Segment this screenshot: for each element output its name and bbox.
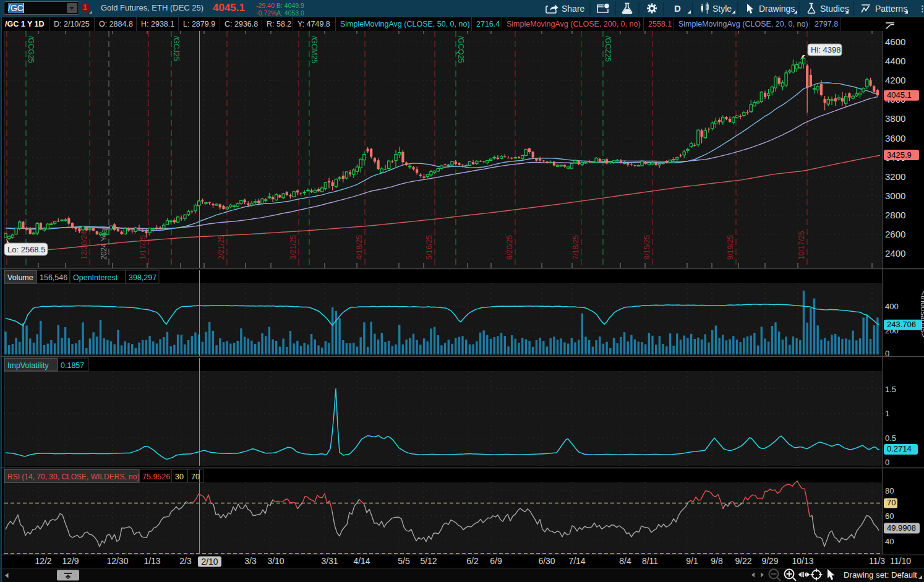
svg-text:6/30: 6/30 (538, 556, 555, 566)
svg-text:6/9: 6/9 (490, 556, 502, 566)
svg-text:8/15/25: 8/15/25 (643, 235, 651, 260)
svg-text:5/16/25: 5/16/25 (425, 235, 434, 260)
svg-text:3600: 3600 (885, 133, 905, 143)
svg-text:75.9526: 75.9526 (142, 473, 170, 481)
svg-text:9/1: 9/1 (686, 556, 698, 566)
svg-text:3/3: 3/3 (244, 556, 257, 566)
svg-text:7/18/25: 7/18/25 (571, 235, 580, 260)
svg-text:2400: 2400 (885, 248, 905, 259)
svg-text:10/13: 10/13 (792, 556, 813, 566)
svg-text:7/14: 7/14 (568, 556, 585, 566)
svg-text:243.706: 243.706 (887, 320, 916, 329)
svg-text:3800: 3800 (885, 113, 905, 124)
svg-text:0.5: 0.5 (885, 434, 896, 443)
svg-text:0.2714: 0.2714 (887, 444, 912, 453)
svg-text:RSI (14, 70, 30, CLOSE, WILDER: RSI (14, 70, 30, CLOSE, WILDERS, no) (7, 473, 139, 481)
svg-text:10/17/25: 10/17/25 (797, 231, 806, 260)
svg-text:0: 0 (885, 458, 889, 467)
svg-text:12/20/24: 12/20/24 (80, 231, 88, 260)
svg-text:12/2: 12/2 (35, 556, 51, 566)
svg-text:49.9908: 49.9908 (887, 523, 916, 533)
svg-text:60: 60 (885, 511, 894, 521)
svg-text:70: 70 (191, 473, 200, 481)
svg-text:/GCZ25: /GCZ25 (604, 36, 612, 62)
svg-text:3/10: 3/10 (267, 556, 284, 566)
svg-text:4/14: 4/14 (353, 556, 370, 566)
svg-text:11/3: 11/3 (869, 556, 885, 566)
svg-text:4200: 4200 (885, 75, 905, 85)
svg-text:1.5: 1.5 (885, 385, 896, 394)
svg-text:2/10: 2/10 (201, 557, 218, 567)
svg-text:2/21/25: 2/21/25 (217, 235, 226, 260)
svg-text:2600: 2600 (885, 229, 905, 239)
svg-text:5/5: 5/5 (398, 556, 410, 566)
svg-text:0.1857: 0.1857 (61, 361, 84, 370)
svg-text:/GCJ25: /GCJ25 (172, 36, 181, 61)
svg-text:9/22: 9/22 (735, 556, 751, 566)
svg-text:/GCM25: /GCM25 (310, 36, 319, 64)
svg-text:6/20/25: 6/20/25 (505, 235, 514, 260)
svg-text:Drawing set: Default: Drawing set: Default (844, 570, 917, 580)
svg-text:156,546: 156,546 (40, 273, 67, 282)
svg-text:9/19/25: 9/19/25 (726, 235, 735, 260)
svg-text:12/30: 12/30 (106, 556, 128, 566)
svg-text:1/17/25: 1/17/25 (139, 235, 147, 260)
svg-text:6/2: 6/2 (466, 556, 479, 566)
svg-text:Volume: Volume (7, 273, 33, 282)
svg-text:Lo: 2568.5: Lo: 2568.5 (7, 245, 45, 254)
svg-text:3200: 3200 (885, 171, 905, 182)
svg-text:11/10: 11/10 (890, 556, 911, 566)
svg-text:/GCG25: /GCG25 (27, 36, 35, 63)
svg-text:1: 1 (885, 409, 889, 418)
svg-text:40: 40 (885, 537, 894, 546)
svg-text:9/29: 9/29 (761, 556, 778, 566)
svg-text:1/13: 1/13 (143, 556, 160, 566)
svg-text:3000: 3000 (885, 190, 905, 201)
svg-text:4400: 4400 (885, 56, 905, 66)
svg-text:8/4: 8/4 (619, 556, 631, 566)
svg-text:398,297: 398,297 (129, 273, 156, 282)
svg-text:2800: 2800 (885, 210, 905, 220)
svg-text:4/18/25: 4/18/25 (355, 235, 364, 260)
svg-text:4600: 4600 (885, 36, 905, 47)
svg-text:12/9: 12/9 (62, 556, 79, 566)
svg-text:4045.1: 4045.1 (887, 90, 912, 100)
svg-text:/GCQ25: /GCQ25 (456, 36, 465, 63)
svg-text:OpenInterest: OpenInterest (73, 273, 118, 282)
svg-text:Hi: 4398: Hi: 4398 (811, 45, 841, 54)
svg-text:3/21/25: 3/21/25 (289, 235, 297, 260)
svg-text:3/31: 3/31 (321, 556, 338, 566)
svg-text:ImpVolatility: ImpVolatility (7, 361, 49, 370)
svg-text:2/3: 2/3 (179, 556, 192, 566)
svg-text:80: 80 (885, 486, 894, 495)
svg-text:70: 70 (887, 498, 896, 507)
svg-text:400: 400 (885, 302, 899, 311)
svg-text:<thousands>: <thousands> (919, 291, 924, 337)
svg-text:5/12: 5/12 (420, 556, 437, 566)
svg-text:8/11: 8/11 (642, 556, 658, 566)
svg-text:30: 30 (175, 473, 184, 481)
svg-text:9/8: 9/8 (711, 556, 723, 566)
svg-text:3425.9: 3425.9 (887, 150, 912, 160)
